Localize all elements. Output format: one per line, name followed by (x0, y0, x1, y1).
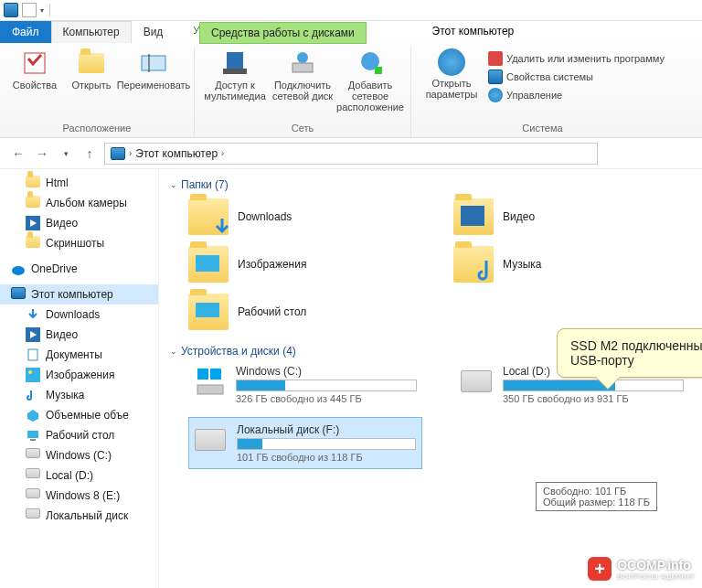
tree-item-label: OneDrive (31, 262, 78, 275)
nav-history-chevron-icon[interactable]: ▾ (57, 144, 75, 163)
tree-item-label: Этот компьютер (31, 288, 113, 301)
pc-icon (111, 147, 125, 160)
folder-item[interactable]: Музыка (453, 241, 664, 288)
capacity-bar (503, 380, 684, 391)
drive-icon (194, 365, 227, 398)
content-pane[interactable]: ⌄ Папки (7) DownloadsВидеоИзображенияМуз… (159, 169, 702, 588)
folder-label: Музыка (503, 258, 541, 271)
folder-icon (188, 294, 229, 330)
drive-item[interactable]: Windows (C:)326 ГБ свободно из 445 ГБ (188, 359, 422, 410)
tree-item[interactable]: Локальный диск (0, 506, 158, 526)
manage-button[interactable]: Управление (486, 87, 666, 103)
tree-item[interactable]: Музыка (0, 385, 158, 405)
system-properties-button[interactable]: Свойства системы (486, 69, 666, 85)
section-folders-header[interactable]: ⌄ Папки (7) (170, 176, 691, 193)
tree-item[interactable]: Объемные объе (0, 405, 158, 425)
uninstall-program-button[interactable]: Удалить или изменить программу (486, 50, 666, 67)
svg-marker-17 (27, 410, 38, 422)
tree-item-label: Local (D:) (46, 469, 93, 482)
svg-rect-19 (30, 439, 36, 441)
drive-icon (461, 365, 494, 398)
open-settings-button[interactable]: Открыть параметры (419, 47, 484, 102)
folder-icon (188, 198, 229, 235)
tree-item[interactable]: Альбом камеры (0, 193, 158, 213)
svg-point-11 (12, 266, 25, 275)
tree-item[interactable]: Html (0, 173, 158, 193)
tree-item[interactable]: Документы (0, 345, 158, 365)
svg-point-16 (28, 370, 32, 374)
folder-item[interactable]: Downloads (188, 193, 399, 241)
ribbon-group-location: Свойства Открыть Переименовать Расположе… (0, 47, 195, 137)
tab-file[interactable]: Файл (0, 21, 51, 43)
tree-item[interactable]: Рабочий стол (0, 425, 158, 445)
qat-chevron-icon[interactable]: ▾ (40, 6, 44, 15)
properties-button[interactable]: Свойства (7, 47, 62, 92)
tree-item-label: Документы (46, 348, 102, 361)
tree-item[interactable]: OneDrive (0, 259, 158, 279)
tab-drive-tools[interactable]: Средства работы с дисками (199, 22, 367, 44)
chevron-right-icon[interactable]: › (221, 148, 224, 158)
collapse-chevron-icon[interactable]: ⌄ (170, 347, 177, 356)
folder-label: Изображения (238, 258, 306, 271)
svg-rect-20 (197, 385, 223, 394)
tree-item[interactable]: Видео (0, 325, 158, 345)
svg-rect-21 (197, 369, 208, 380)
svg-rect-1 (142, 56, 165, 70)
tree-item[interactable]: Изображения (0, 365, 158, 385)
tree-item-label: Музыка (46, 389, 84, 401)
nav-forward-button[interactable]: → (33, 144, 51, 163)
tree-item[interactable]: Скриншоты (0, 233, 158, 253)
pc-icon (11, 287, 26, 302)
address-bar[interactable]: › Этот компьютер › (104, 143, 598, 165)
ribbon-group-system: Открыть параметры Удалить или изменить п… (411, 47, 674, 137)
nav-tree[interactable]: HtmlАльбом камерыВидеоСкриншотыOneDriveЭ… (0, 169, 159, 588)
annotation-callout: SSD M2 подключенный к USB-порту (557, 328, 702, 378)
map-drive-button[interactable]: Подключить сетевой диск (270, 47, 335, 103)
qat-icon[interactable] (22, 3, 37, 17)
ribbon-group-network: Доступ к мультимедиа Подключить сетевой … (195, 47, 411, 137)
tree-item-label: Html (46, 176, 69, 189)
svg-rect-18 (27, 431, 38, 438)
tree-item-label: Видео (46, 217, 78, 230)
tab-view[interactable]: Вид (132, 21, 176, 43)
drive-tooltip: Свободно: 101 ГБ Общий размер: 118 ГБ (536, 482, 657, 511)
tree-item-label: Downloads (46, 308, 100, 321)
tree-item-label: Скриншоты (46, 237, 104, 250)
collapse-chevron-icon[interactable]: ⌄ (170, 180, 177, 189)
folder-item[interactable]: Изображения (188, 241, 399, 288)
nav-up-button[interactable]: ↑ (80, 144, 99, 163)
tree-item-label: Изображения (46, 369, 114, 381)
tree-item[interactable]: Downloads (0, 305, 158, 325)
drive-label: Windows (C:) (236, 365, 417, 378)
navbar: ← → ▾ ↑ › Этот компьютер › (0, 138, 702, 169)
video-icon (26, 216, 40, 230)
drive-icon (195, 423, 228, 456)
svg-rect-15 (26, 368, 40, 382)
chevron-right-icon[interactable]: › (129, 148, 132, 158)
tree-item[interactable]: Видео (0, 213, 158, 233)
3d-icon (26, 408, 40, 422)
tree-item[interactable]: Этот компьютер (0, 284, 158, 305)
drive-icon (26, 448, 40, 463)
tab-computer[interactable]: Компьютер (51, 21, 132, 43)
breadcrumb-this-pc[interactable]: Этот компьютер (135, 147, 218, 160)
open-button[interactable]: Открыть (64, 47, 119, 92)
tree-item-label: Объемные объе (46, 409, 129, 422)
titlebar: ▾ (0, 0, 702, 21)
tree-item[interactable]: Windows 8 (E:) (0, 486, 158, 506)
tree-item[interactable]: Local (D:) (0, 465, 158, 486)
rename-button[interactable]: Переименовать (121, 47, 186, 92)
download-icon (26, 307, 40, 322)
image-icon (26, 368, 40, 382)
tree-item[interactable]: Windows (C:) (0, 445, 158, 465)
drive-free-text: 326 ГБ свободно из 445 ГБ (236, 393, 417, 404)
nav-back-button[interactable]: ← (9, 144, 27, 163)
drive-icon (26, 468, 40, 483)
folder-icon (26, 176, 40, 190)
folder-item[interactable]: Видео (453, 193, 664, 241)
folder-icon (188, 246, 229, 283)
folder-item[interactable]: Рабочий стол (188, 288, 399, 336)
drive-item[interactable]: Локальный диск (F:)101 ГБ свободно из 11… (188, 417, 422, 469)
add-network-location-button[interactable]: Добавить сетевое расположение (337, 47, 403, 114)
media-access-button[interactable]: Доступ к мультимедиа (202, 47, 268, 103)
